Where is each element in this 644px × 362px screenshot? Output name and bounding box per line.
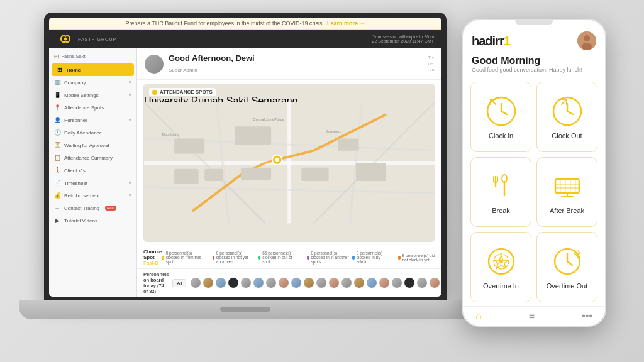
banner-link[interactable]: Learn more → bbox=[327, 20, 365, 26]
stats-columns-3: 0 personnel(s) clocked-in by admin 8 per… bbox=[352, 251, 435, 264]
personnel-label: Personnels on board today (74 of 82) bbox=[143, 272, 169, 294]
stat-5: 0 personnel(s) clocked-in by admin bbox=[352, 251, 391, 264]
stats-columns: 0 personnel(s) clocked-in from this spot… bbox=[162, 251, 258, 264]
phone-bottom-nav: ⌂ ≡ ••• bbox=[463, 306, 605, 326]
stat-text-4: 0 personnel(s) clocked-in in another spo… bbox=[311, 251, 353, 264]
sidebar-item-company[interactable]: 🏢 Company ∨ bbox=[49, 76, 136, 89]
sidebar-item-home[interactable]: ⊞ Home bbox=[52, 63, 134, 76]
clock-out-icon bbox=[550, 94, 584, 128]
chevron-down-icon-3: ∨ bbox=[128, 118, 131, 123]
clock-icon: 🕐 bbox=[54, 129, 60, 136]
break-label: Break bbox=[492, 207, 510, 214]
logo-area: FASTH GROUP bbox=[57, 33, 116, 45]
stat-1: 0 personnel(s) clocked-in from this spot bbox=[162, 251, 204, 264]
phone-greeting-sub: Good food good conversation. Happy lunch… bbox=[472, 67, 596, 73]
stat-dot-1 bbox=[162, 256, 164, 260]
phone-greeting: Good Morning Good food good conversation… bbox=[463, 53, 605, 78]
overtime-out-card[interactable]: Overtime Out bbox=[536, 232, 597, 302]
tracing-icon: → bbox=[54, 205, 60, 211]
map-background[interactable]: Djambiang Central Java Police Diponegoro… bbox=[144, 84, 435, 241]
sidebar-item-timesheet[interactable]: 📄 Timesheet ∨ bbox=[49, 177, 136, 189]
person-avatar-1 bbox=[190, 277, 201, 288]
stat-text-5: 0 personnel(s) clocked-in by admin bbox=[357, 251, 391, 264]
svg-line-31 bbox=[567, 111, 573, 114]
sidebar-item-reimbursement[interactable]: 💰 Reimbursement ∨ bbox=[49, 189, 136, 202]
sidebar-item-tutorial[interactable]: ▶ Tutorial Videos bbox=[49, 214, 136, 227]
sidebar-label-waiting: Waiting for Approval bbox=[64, 143, 109, 148]
sidebar-label-attendance-spots: Attendance Spots bbox=[64, 105, 104, 111]
svg-line-50 bbox=[567, 261, 572, 265]
sidebar-label-company: Company bbox=[64, 80, 86, 85]
map-roads-svg: Djambiang Central Java Police Diponegoro bbox=[144, 84, 435, 241]
sidebar-item-mobile-settings[interactable]: 📱 Mobile Settings ∨ bbox=[49, 89, 136, 101]
panel-hint: Trycerda bbox=[428, 55, 434, 72]
sidebar-label-personnel: Personnel bbox=[64, 118, 87, 123]
phone-user-avatar[interactable] bbox=[577, 31, 596, 50]
person-avatar-7 bbox=[265, 277, 277, 288]
svg-text:Djambiang: Djambiang bbox=[162, 133, 180, 136]
laptop-screen: Prepare a THR Bailout Fund for employees… bbox=[49, 18, 441, 297]
sidebar-item-waiting-approval[interactable]: ⏳ Waiting for Approval bbox=[49, 139, 136, 151]
person-avatar-18 bbox=[404, 277, 415, 288]
sidebar-item-client-visit[interactable]: 🚶 Client Visit bbox=[49, 164, 136, 177]
phone-nav-home[interactable]: ⌂ bbox=[475, 310, 482, 322]
sidebar-item-personnel[interactable]: 👤 Personnel ∨ bbox=[49, 114, 136, 126]
stat-dot-4 bbox=[307, 256, 309, 260]
filter-button[interactable]: All bbox=[172, 279, 186, 287]
stat-text-1: 0 personnel(s) clocked-in from this spot bbox=[166, 251, 205, 264]
person-avatar-13 bbox=[341, 277, 352, 288]
svg-rect-15 bbox=[174, 139, 204, 154]
break-card[interactable]: Break bbox=[470, 157, 531, 228]
header-right: Your session will expire in 30 m 22 Sept… bbox=[372, 35, 434, 43]
spot-name[interactable]: Fast-B bbox=[143, 260, 162, 266]
user-role: Super Admin bbox=[169, 67, 197, 73]
sidebar-item-summary[interactable]: 📋 Attendance Summary bbox=[49, 151, 136, 164]
phone-app-logo: hadirr1 bbox=[472, 34, 510, 48]
clock-in-card[interactable]: Clock in bbox=[470, 82, 531, 152]
app-header: FASTH GROUP Your session will expire in … bbox=[49, 30, 441, 48]
map-section-title: ATTENDANCE SPOTS bbox=[160, 89, 213, 95]
stat-dot-2 bbox=[213, 256, 214, 260]
summary-icon: 📋 bbox=[54, 155, 60, 161]
svg-text:Central Java Police: Central Java Police bbox=[253, 118, 284, 121]
laptop-screen-border: Prepare a THR Bailout Fund for employees… bbox=[44, 13, 447, 302]
clock-out-card[interactable]: Clock Out bbox=[536, 82, 597, 152]
sidebar-label-client: Client Visit bbox=[64, 168, 88, 173]
svg-line-28 bbox=[501, 111, 507, 114]
sidebar-item-contact-tracing[interactable]: → Contact Tracing New bbox=[49, 202, 136, 214]
person-avatar-17 bbox=[391, 277, 402, 288]
chevron-down-icon: ∨ bbox=[128, 80, 131, 85]
spot-selector-label[interactable]: Choose Spot bbox=[143, 249, 162, 260]
person-avatar-11 bbox=[316, 277, 327, 288]
phone-mockup: hadirr1 Good Morning Good food good conv… bbox=[462, 19, 606, 327]
chevron-down-icon-4: ∨ bbox=[128, 180, 131, 185]
break-icon bbox=[484, 169, 518, 203]
after-break-card[interactable]: After Break bbox=[536, 157, 597, 228]
new-badge: New bbox=[105, 206, 116, 211]
app-logo bbox=[57, 33, 74, 45]
stat-dot-5 bbox=[352, 256, 354, 260]
chevron-down-icon-5: ∨ bbox=[128, 193, 131, 198]
stat-3: 65 personnel(s) clocked-in out of spot bbox=[258, 251, 299, 264]
sidebar-item-attendance-spots[interactable]: 📍 Attendance Spots bbox=[49, 101, 136, 114]
page-header: Good Afternoon, Dewi Super Admin Trycerd… bbox=[137, 48, 441, 80]
person-avatar-19 bbox=[416, 277, 428, 288]
home-icon: ⊞ bbox=[57, 67, 63, 73]
overtime-in-card[interactable]: Overtime In bbox=[470, 232, 531, 302]
sidebar-label-daily: Daily Attendance bbox=[64, 130, 102, 136]
clock-in-icon bbox=[484, 94, 518, 128]
svg-point-19 bbox=[275, 158, 279, 162]
person-avatar-2 bbox=[203, 277, 214, 288]
person-avatar-5 bbox=[240, 277, 252, 288]
svg-text:Diponegoro: Diponegoro bbox=[326, 130, 341, 133]
top-banner: Prepare a THR Bailout Fund for employees… bbox=[49, 18, 441, 30]
phone-nav-list[interactable]: ≡ bbox=[529, 310, 535, 322]
main-content: PT Fatiha Sakti ⊞ Home 🏢 Company ∨ 📱 bbox=[49, 48, 441, 297]
phone-nav-more[interactable]: ••• bbox=[582, 310, 592, 322]
stat-dot-6 bbox=[398, 256, 400, 260]
sidebar-label-mobile: Mobile Settings bbox=[64, 92, 99, 98]
session-text: Your session will expire in 30 m bbox=[372, 35, 434, 39]
sidebar-item-daily-attendance[interactable]: 🕐 Daily Attendance bbox=[49, 126, 136, 139]
overtime-in-icon bbox=[484, 244, 518, 278]
spot-selector: Choose Spot Fast-B bbox=[143, 249, 162, 266]
